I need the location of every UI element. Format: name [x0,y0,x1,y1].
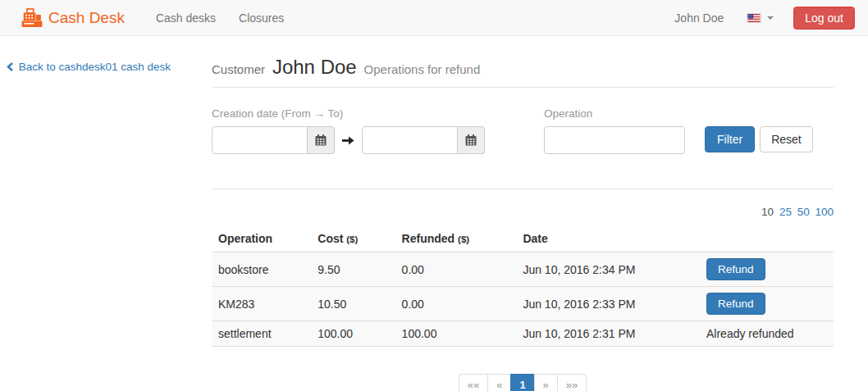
pagination: «« « 1 » »» [459,374,587,391]
navbar-right: John Doe Log out [674,7,855,30]
page-title: Customer John Doe Operations for refund [212,56,834,79]
pagination-page-1[interactable]: 1 [510,374,534,391]
date-to-calendar-button[interactable] [458,126,485,154]
pagination-next[interactable]: » [534,374,558,391]
cell-refunded: 0.00 [395,252,517,287]
operation-input[interactable] [544,126,685,154]
cell-refunded: 100.00 [395,321,517,347]
chevron-left-icon [7,61,17,74]
cell-operation: bookstore [212,252,311,287]
calendar-icon [465,134,477,146]
brand-title: Cash Desk [48,9,125,27]
cell-action: Refund [700,287,834,321]
navbar: Cash Desk Cash desks Closures John Doe [0,0,868,36]
header-action [700,225,834,252]
table-row: settlement 100.00 100.00 Jun 10, 2016 2:… [212,321,834,347]
filter-form: Creation date (From → To) [212,107,834,154]
us-flag-icon [747,13,761,23]
date-to-group [362,126,485,154]
back-to-cashdesk-link[interactable]: Back to cashdesk01 cash desk [7,61,171,73]
logout-button[interactable]: Log out [793,7,855,30]
cell-date: Jun 10, 2016 2:34 PM [516,252,700,287]
back-link-label: Back to cashdesk01 cash desk [19,61,171,73]
reset-button[interactable]: Reset [760,126,813,152]
heading-suffix: Operations for refund [364,62,481,76]
page-size-selector: 10 25 50 100 [212,206,834,218]
page-size-10[interactable]: 10 [761,206,774,218]
pagination-prev[interactable]: « [487,374,511,391]
date-from-input[interactable] [212,126,308,154]
customer-name: John Doe [272,56,357,78]
filter-buttons: Filter Reset [705,107,813,154]
header-cost: Cost ($) [311,225,395,252]
table-header-row: Operation Cost ($) Refunded ($) Date [212,225,834,252]
page-size-100[interactable]: 100 [815,206,834,218]
cell-operation: KM283 [212,287,311,321]
cell-action: Already refunded [700,321,834,347]
cell-cost: 100.00 [311,321,395,347]
sidebar: Back to cashdesk01 cash desk [0,36,199,391]
table-row: bookstore 9.50 0.00 Jun 10, 2016 2:34 PM… [212,252,834,287]
language-dropdown[interactable] [747,13,774,23]
cell-operation: settlement [212,321,311,347]
creation-date-group: Creation date (From → To) [212,107,485,154]
refund-button[interactable]: Refund [706,293,765,315]
page-size-25[interactable]: 25 [779,206,792,218]
header-operation: Operation [212,225,311,252]
already-refunded-text: Already refunded [706,327,794,340]
heading-divider [212,87,834,88]
pagination-last[interactable]: »» [557,374,587,391]
main-content: Customer John Doe Operations for refund … [199,36,868,391]
page-body: Back to cashdesk01 cash desk Customer Jo… [0,36,868,391]
pagination-first[interactable]: «« [459,374,488,391]
header-date: Date [516,225,700,252]
brand[interactable]: Cash Desk [21,8,125,28]
creation-date-label: Creation date (From → To) [212,107,485,120]
user-name: John Doe [674,11,724,25]
filter-button[interactable]: Filter [705,126,755,152]
cash-register-icon [21,8,43,28]
date-from-group [212,126,335,154]
section-divider [212,189,834,189]
nav-item-closures[interactable]: Closures [227,11,295,25]
header-refunded: Refunded ($) [395,225,517,252]
operations-table: Operation Cost ($) Refunded ($) Date boo… [212,225,834,347]
cell-refunded: 0.00 [395,287,517,321]
cell-action: Refund [700,252,834,287]
date-to-input[interactable] [362,126,458,154]
date-from-calendar-button[interactable] [308,126,335,154]
cell-cost: 9.50 [311,252,395,287]
operation-label: Operation [544,107,685,120]
cell-date: Jun 10, 2016 2:31 PM [516,321,700,347]
nav-item-cash-desks[interactable]: Cash desks [144,11,227,25]
chevron-down-icon [767,16,774,20]
heading-prefix: Customer [212,62,265,76]
table-row: KM283 10.50 0.00 Jun 10, 2016 2:33 PM Re… [212,287,834,321]
operation-filter-group: Operation [544,107,685,154]
page-size-50[interactable]: 50 [797,206,810,218]
pagination-wrap: «« « 1 » »» [212,374,834,391]
arrow-right-icon [342,136,354,145]
cell-date: Jun 10, 2016 2:33 PM [516,287,700,321]
calendar-icon [315,134,327,146]
cell-cost: 10.50 [311,287,395,321]
refund-button[interactable]: Refund [706,258,765,280]
